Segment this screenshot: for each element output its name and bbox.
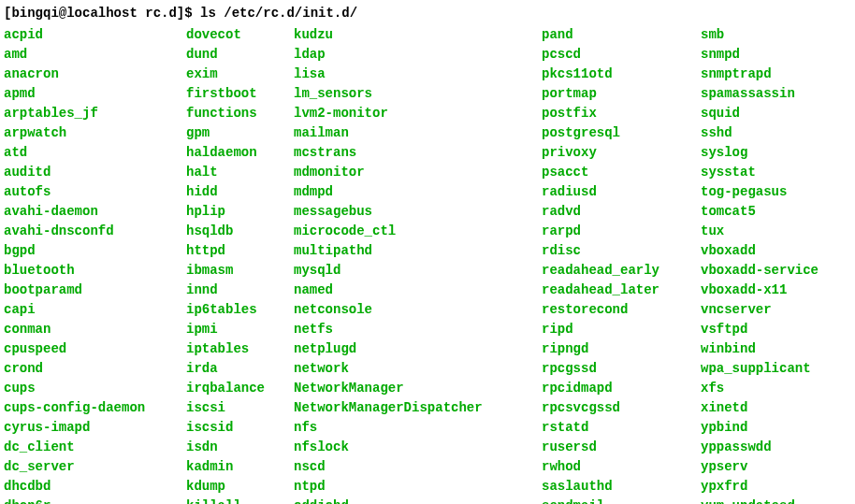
file-entry: apmd xyxy=(4,84,186,104)
file-entry: mcstrans xyxy=(294,143,542,163)
file-entry: arptables_jf xyxy=(4,104,186,123)
file-entry: smb xyxy=(701,25,819,45)
file-entry: winbind xyxy=(701,339,819,359)
file-entry: restorecond xyxy=(542,300,701,320)
file-entry: oddjobd xyxy=(294,497,542,504)
file-entry: killall xyxy=(186,497,294,504)
file-entry: saslauthd xyxy=(542,477,701,497)
file-entry: pcscd xyxy=(542,45,701,65)
file-entry: vboxadd xyxy=(701,241,819,261)
shell-prompt: [bingqi@localhost rc.d]$ ls /etc/rc.d/in… xyxy=(4,6,357,21)
file-entry: netfs xyxy=(294,320,542,339)
file-entry: httpd xyxy=(186,241,294,261)
file-entry: pkcs11otd xyxy=(542,65,701,84)
file-entry: amd xyxy=(4,45,186,65)
ls-column-2: kudzu ldap lisa lm_sensors lvm2-monitor … xyxy=(294,25,542,504)
file-entry: cpuspeed xyxy=(4,339,186,359)
file-entry: sysstat xyxy=(701,163,819,182)
file-entry: bgpd xyxy=(4,241,186,261)
file-entry: yppasswdd xyxy=(701,438,819,457)
file-entry: crond xyxy=(4,359,186,379)
file-entry: sshd xyxy=(701,123,819,143)
file-entry: irda xyxy=(186,359,294,379)
file-entry: iscsid xyxy=(186,418,294,438)
file-entry: dc_client xyxy=(4,438,186,457)
file-entry: functions xyxy=(186,104,294,123)
file-entry: ip6tables xyxy=(186,300,294,320)
file-entry: dovecot xyxy=(186,25,294,45)
file-entry: vncserver xyxy=(701,300,819,320)
file-entry: tog-pegasus xyxy=(701,182,819,202)
file-entry: named xyxy=(294,281,542,300)
file-entry: anacron xyxy=(4,65,186,84)
file-entry: ypxfrd xyxy=(701,477,819,497)
file-entry: bluetooth xyxy=(4,261,186,281)
file-entry: avahi-daemon xyxy=(4,202,186,222)
file-entry: hidd xyxy=(186,182,294,202)
file-entry: ripngd xyxy=(542,339,701,359)
file-entry: mysqld xyxy=(294,261,542,281)
file-entry: ipmi xyxy=(186,320,294,339)
file-entry: nfs xyxy=(294,418,542,438)
file-entry: auditd xyxy=(4,163,186,182)
file-entry: xfs xyxy=(701,379,819,398)
file-entry: isdn xyxy=(186,438,294,457)
file-entry: innd xyxy=(186,281,294,300)
file-entry: squid xyxy=(701,104,819,123)
file-entry: readahead_early xyxy=(542,261,701,281)
file-entry: ypbind xyxy=(701,418,819,438)
file-entry: avahi-dnsconfd xyxy=(4,222,186,241)
file-entry: mailman xyxy=(294,123,542,143)
file-entry: iscsi xyxy=(186,398,294,418)
file-entry: kudzu xyxy=(294,25,542,45)
file-entry: rpcsvcgssd xyxy=(542,398,701,418)
file-entry: tux xyxy=(701,222,819,241)
file-entry: dund xyxy=(186,45,294,65)
file-entry: rdisc xyxy=(542,241,701,261)
file-entry: ibmasm xyxy=(186,261,294,281)
file-entry: hplip xyxy=(186,202,294,222)
ls-column-3: pand pcscd pkcs11otd portmap postfix pos… xyxy=(542,25,701,504)
file-entry: syslog xyxy=(701,143,819,163)
ls-column-1: dovecot dund exim firstboot functions gp… xyxy=(186,25,294,504)
file-entry: autofs xyxy=(4,182,186,202)
file-entry: cups-config-daemon xyxy=(4,398,186,418)
file-entry: netconsole xyxy=(294,300,542,320)
file-entry: rpcgssd xyxy=(542,359,701,379)
file-entry: rwhod xyxy=(542,457,701,477)
file-entry: lisa xyxy=(294,65,542,84)
ls-column-4: smb snmpd snmptrapd spamassassin squid s… xyxy=(701,25,819,504)
file-entry: atd xyxy=(4,143,186,163)
file-entry: rusersd xyxy=(542,438,701,457)
file-entry: nscd xyxy=(294,457,542,477)
file-entry: postfix xyxy=(542,104,701,123)
file-entry: postgresql xyxy=(542,123,701,143)
file-entry: conman xyxy=(4,320,186,339)
file-entry: privoxy xyxy=(542,143,701,163)
file-entry: dc_server xyxy=(4,457,186,477)
file-entry: acpid xyxy=(4,25,186,45)
file-entry: mdmpd xyxy=(294,182,542,202)
file-entry: bootparamd xyxy=(4,281,186,300)
file-entry: psacct xyxy=(542,163,701,182)
file-entry: lvm2-monitor xyxy=(294,104,542,123)
file-entry: arpwatch xyxy=(4,123,186,143)
file-entry: NetworkManagerDispatcher xyxy=(294,398,542,418)
file-entry: radvd xyxy=(542,202,701,222)
file-entry: nfslock xyxy=(294,438,542,457)
file-entry: tomcat5 xyxy=(701,202,819,222)
file-entry: ldap xyxy=(294,45,542,65)
file-entry: iptables xyxy=(186,339,294,359)
file-entry: NetworkManager xyxy=(294,379,542,398)
ls-output: acpid amd anacron apmd arptables_jf arpw… xyxy=(4,25,851,504)
file-entry: dhcdbd xyxy=(4,477,186,497)
file-entry: spamassassin xyxy=(701,84,819,104)
file-entry: rarpd xyxy=(542,222,701,241)
file-entry: vboxadd-service xyxy=(701,261,819,281)
file-entry: pand xyxy=(542,25,701,45)
file-entry: snmptrapd xyxy=(701,65,819,84)
file-entry: wpa_supplicant xyxy=(701,359,819,379)
file-entry: gpm xyxy=(186,123,294,143)
file-entry: snmpd xyxy=(701,45,819,65)
file-entry: haldaemon xyxy=(186,143,294,163)
